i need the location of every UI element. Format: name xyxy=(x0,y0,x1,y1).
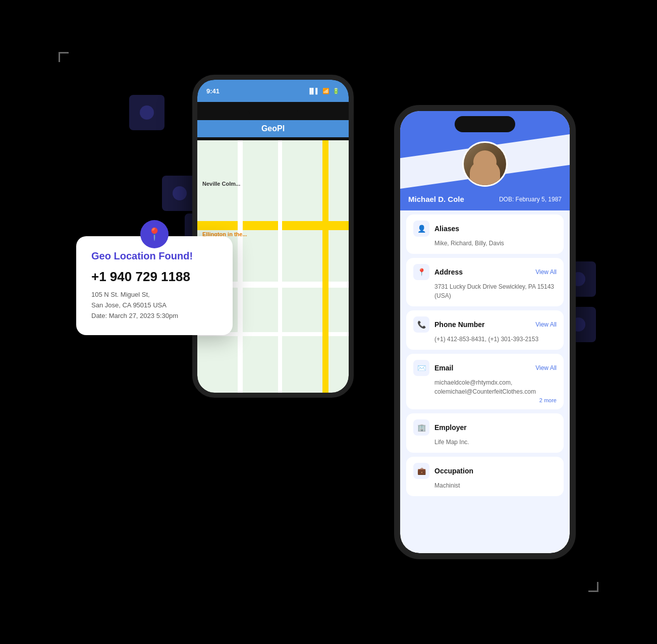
geo-address-line2: San Jose, CA 95015 USA xyxy=(91,300,217,311)
address-card: 📍 Address View All 3731 Lucky Duck Drive… xyxy=(406,258,564,306)
phone-value: (+1) 412-853-8431, (+1) 301-393-2153 xyxy=(413,335,557,344)
employer-icon: 🏢 xyxy=(413,419,429,436)
profile-dob: DOB: February 5, 1987 xyxy=(499,196,562,203)
phone-label: Phone Number xyxy=(434,320,485,329)
email-value: michaeldcole@rhtymdx.com, colemichael@Co… xyxy=(413,378,557,396)
phone-front: Michael D. Cole DOB: February 5, 1987 👤 … xyxy=(394,105,576,559)
phone-view-all[interactable]: View All xyxy=(535,321,557,328)
email-icon: ✉️ xyxy=(413,360,429,376)
signal-icon: ▐▌▌ xyxy=(308,88,319,94)
dynamic-island xyxy=(455,116,515,132)
email-card: ✉️ Email View All michaeldcole@rhtymdx.c… xyxy=(406,354,564,409)
email-view-all[interactable]: View All xyxy=(535,364,557,371)
qr-decoration-1 xyxy=(129,95,165,130)
app-title-back: GeoPI xyxy=(197,120,349,137)
map-label-1: Neville Colm... xyxy=(202,181,240,187)
map-road xyxy=(322,140,328,393)
status-bar-back: 9:41 ▐▌▌ 📶 🔋 xyxy=(197,80,349,102)
avatar xyxy=(462,141,508,187)
status-icons: ▐▌▌ 📶 🔋 xyxy=(308,88,340,94)
map-road xyxy=(238,140,243,393)
geo-location-card: Geo Location Found! +1 940 729 1188 105 … xyxy=(76,236,233,335)
pin-icon xyxy=(140,220,169,248)
wifi-icon: 📶 xyxy=(322,88,330,94)
employer-value: Life Map Inc. xyxy=(413,438,557,447)
status-time: 9:41 xyxy=(206,87,220,95)
occupation-icon: 💼 xyxy=(413,463,429,479)
geo-date: Date: March 27, 2023 5:30pm xyxy=(91,311,217,321)
address-icon: 📍 xyxy=(413,264,429,280)
geo-card-title: Geo Location Found! xyxy=(91,250,217,262)
battery-icon: 🔋 xyxy=(333,88,340,94)
profile-info-row: Michael D. Cole DOB: February 5, 1987 xyxy=(400,192,570,203)
aliases-icon: 👤 xyxy=(413,221,429,237)
avatar-image xyxy=(464,143,506,185)
address-value: 3731 Lucky Duck Drive Sewickley, PA 1514… xyxy=(413,282,557,300)
occupation-value: Machinist xyxy=(413,481,557,490)
phone-icon: 📞 xyxy=(413,316,429,333)
geo-phone-number: +1 940 729 1188 xyxy=(91,269,217,285)
aliases-card: 👤 Aliases Mike, Richard, Billy, Davis xyxy=(406,214,564,254)
profile-name: Michael D. Cole xyxy=(408,195,464,203)
info-list: 👤 Aliases Mike, Richard, Billy, Davis 📍 … xyxy=(400,210,570,504)
map-road xyxy=(278,140,282,393)
address-label: Address xyxy=(434,268,463,276)
occupation-card: 💼 Occupation Machinist xyxy=(406,457,564,496)
email-more[interactable]: 2 more xyxy=(413,397,557,403)
phone-card: 📞 Phone Number View All (+1) 412-853-843… xyxy=(406,310,564,350)
occupation-label: Occupation xyxy=(434,467,473,475)
corner-decoration-tl xyxy=(59,52,69,62)
corner-decoration-br xyxy=(588,582,598,592)
scene: 9:41 ▐▌▌ 📶 🔋 GeoPI Nevil xyxy=(51,44,606,600)
address-view-all[interactable]: View All xyxy=(535,269,557,276)
email-label: Email xyxy=(434,364,453,372)
profile-banner xyxy=(400,136,570,192)
geo-address: 105 N St. Miguel St, San Jose, CA 95015 … xyxy=(91,290,217,321)
geo-address-line1: 105 N St. Miguel St, xyxy=(91,290,217,300)
employer-card: 🏢 Employer Life Map Inc. xyxy=(406,413,564,453)
notch-back xyxy=(248,102,298,116)
aliases-label: Aliases xyxy=(434,225,459,233)
employer-label: Employer xyxy=(434,423,467,432)
aliases-value: Mike, Richard, Billy, Davis xyxy=(413,239,557,248)
